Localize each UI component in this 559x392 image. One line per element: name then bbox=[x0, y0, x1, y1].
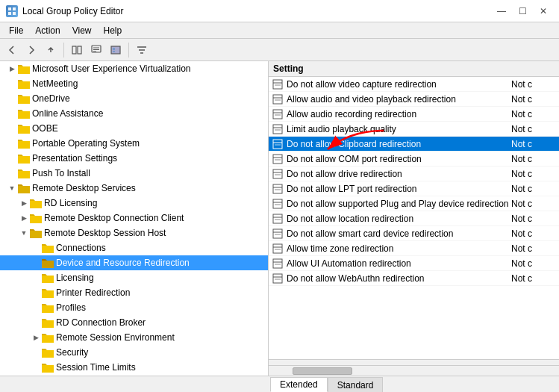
tree-item-connections[interactable]: Connections bbox=[0, 240, 268, 255]
tree-item-remote-session-env[interactable]: ▶ Remote Session Environment bbox=[0, 330, 268, 345]
policy-row-selected[interactable]: Do not allow Clipboard redirection Not c bbox=[269, 137, 559, 152]
toolbar-sep-2 bbox=[128, 43, 129, 57]
tree-item-device-resource-redirection[interactable]: Device and Resource Redirection bbox=[0, 255, 268, 270]
tree-item-printer-redirection[interactable]: Printer Redirection bbox=[0, 285, 268, 300]
tree-item-oobe[interactable]: OOBE bbox=[0, 121, 268, 136]
toggle-icon bbox=[6, 152, 18, 164]
policy-row[interactable]: Limit audio playback quality Not c bbox=[269, 122, 559, 137]
policy-row[interactable]: Allow UI Automation redirection Not c bbox=[269, 256, 559, 271]
title-bar-left: Local Group Policy Editor bbox=[6, 5, 123, 17]
policy-row-icon bbox=[272, 123, 284, 135]
back-button[interactable] bbox=[3, 41, 21, 59]
policy-row[interactable]: Allow audio recording redirection Not c bbox=[269, 107, 559, 122]
tree-item-rdcc[interactable]: ▶ Remote Desktop Connection Client bbox=[0, 211, 268, 225]
tab-extended[interactable]: Extended bbox=[270, 377, 328, 392]
tree-item-rdsh[interactable]: ▼ Remote Desktop Session Host bbox=[0, 225, 268, 240]
show-hide-button[interactable] bbox=[68, 41, 86, 59]
policy-row[interactable]: Do not allow smart card device redirecti… bbox=[269, 226, 559, 241]
tree-item-microsoft-ue-virt[interactable]: ▶ Microsoft User Experience Virtualizati… bbox=[0, 61, 268, 76]
policy-row[interactable]: Do not allow drive redirection Not c bbox=[269, 167, 559, 181]
policy-row-icon bbox=[272, 108, 284, 120]
tree-item-portable-os[interactable]: Portable Operating System bbox=[0, 136, 268, 151]
tree-item-rd-licensing[interactable]: ▶ RD Licensing bbox=[0, 196, 268, 211]
svg-rect-50 bbox=[273, 259, 282, 268]
policy-row[interactable]: Do not allow supported Plug and Play dev… bbox=[269, 196, 559, 211]
folder-icon bbox=[18, 78, 30, 89]
svg-rect-38 bbox=[273, 199, 282, 208]
toggle-icon bbox=[6, 122, 18, 134]
folder-icon bbox=[42, 258, 54, 268]
title-bar-controls: — ☐ ✕ bbox=[492, 4, 553, 19]
tree-item-presentation-settings[interactable]: Presentation Settings bbox=[0, 151, 268, 166]
toggle-icon bbox=[30, 317, 42, 329]
menu-action[interactable]: Action bbox=[29, 24, 66, 37]
tree-item-netmeeting[interactable]: NetMeeting bbox=[0, 76, 268, 91]
tree-item-temporary-folders[interactable]: Temporary folders bbox=[0, 375, 268, 376]
policy-row[interactable]: Do not allow video capture redirection N… bbox=[269, 77, 559, 92]
toggle-icon bbox=[6, 167, 18, 179]
svg-rect-29 bbox=[273, 155, 282, 164]
svg-rect-12 bbox=[113, 51, 115, 52]
folder-icon bbox=[42, 273, 54, 283]
policy-view-button[interactable] bbox=[107, 41, 125, 59]
svg-rect-35 bbox=[273, 184, 282, 193]
folder-icon bbox=[18, 108, 30, 119]
maximize-button[interactable]: ☐ bbox=[513, 4, 532, 19]
close-button[interactable]: ✕ bbox=[534, 4, 553, 19]
tree-item-rd-connection-broker[interactable]: RD Connection Broker bbox=[0, 315, 268, 330]
toggle-icon bbox=[6, 108, 18, 119]
svg-rect-32 bbox=[273, 169, 282, 178]
policy-row[interactable]: Do not allow LPT port redirection Not c bbox=[269, 181, 559, 196]
svg-rect-23 bbox=[273, 125, 282, 134]
tree-item-licensing[interactable]: Licensing bbox=[0, 270, 268, 285]
policy-row-icon bbox=[272, 213, 284, 225]
right-wrapper: Setting Do not allow video capture redir… bbox=[269, 61, 559, 376]
tab-standard[interactable]: Standard bbox=[328, 377, 384, 392]
tree-item-remote-desktop-services[interactable]: ▼ Remote Desktop Services bbox=[0, 181, 268, 196]
policy-row[interactable]: Allow time zone redirection Not c bbox=[269, 241, 559, 256]
tree-item-security[interactable]: Security bbox=[0, 345, 268, 360]
window-title: Local Group Policy Editor bbox=[22, 6, 123, 16]
toggle-icon: ▶ bbox=[18, 197, 30, 209]
folder-icon bbox=[42, 317, 54, 328]
up-button[interactable] bbox=[42, 41, 60, 59]
svg-rect-0 bbox=[8, 7, 11, 10]
svg-rect-2 bbox=[8, 12, 11, 15]
menu-help[interactable]: Help bbox=[98, 24, 128, 37]
policy-row-icon bbox=[272, 153, 284, 165]
policy-row-icon bbox=[272, 78, 284, 90]
toggle-icon bbox=[30, 287, 42, 299]
policy-row[interactable]: Do not allow WebAuthn redirection Not c bbox=[269, 271, 559, 286]
svg-rect-4 bbox=[72, 46, 76, 54]
main-content: ▶ Microsoft User Experience Virtualizati… bbox=[0, 61, 559, 376]
menu-file[interactable]: File bbox=[3, 24, 29, 37]
toggle-icon: ▶ bbox=[30, 332, 42, 343]
policy-row[interactable]: Do not allow location redirection Not c bbox=[269, 211, 559, 226]
toggle-icon bbox=[30, 346, 42, 358]
svg-rect-1 bbox=[13, 7, 16, 10]
folder-icon bbox=[30, 198, 42, 208]
policy-row-icon bbox=[272, 273, 284, 284]
folder-icon bbox=[30, 228, 42, 238]
forward-button[interactable] bbox=[22, 41, 40, 59]
toolbar-sep-1 bbox=[63, 43, 64, 57]
properties-button[interactable] bbox=[87, 41, 105, 59]
svg-rect-20 bbox=[273, 110, 282, 119]
policy-row[interactable]: Allow audio and video playback redirecti… bbox=[269, 92, 559, 107]
folder-icon bbox=[42, 302, 54, 313]
tree-item-push-to-install[interactable]: Push To Install bbox=[0, 166, 268, 181]
svg-rect-44 bbox=[273, 229, 282, 238]
folder-icon bbox=[18, 153, 30, 164]
menu-view[interactable]: View bbox=[66, 24, 98, 37]
svg-rect-17 bbox=[273, 95, 282, 104]
minimize-button[interactable]: — bbox=[492, 4, 511, 19]
tree-item-profiles[interactable]: Profiles bbox=[0, 300, 268, 315]
policy-row[interactable]: Do not allow COM port redirection Not c bbox=[269, 152, 559, 167]
toggle-icon: ▶ bbox=[18, 212, 30, 224]
tree-item-online-assistance[interactable]: Online Assistance bbox=[0, 106, 268, 121]
tree-item-session-time-limits[interactable]: Session Time Limits bbox=[0, 360, 268, 375]
tree-item-onedrive[interactable]: OneDrive bbox=[0, 91, 268, 106]
policy-header: Setting bbox=[269, 61, 559, 77]
tab-container: Extended Standard bbox=[0, 376, 559, 392]
filter-button[interactable] bbox=[133, 41, 151, 59]
